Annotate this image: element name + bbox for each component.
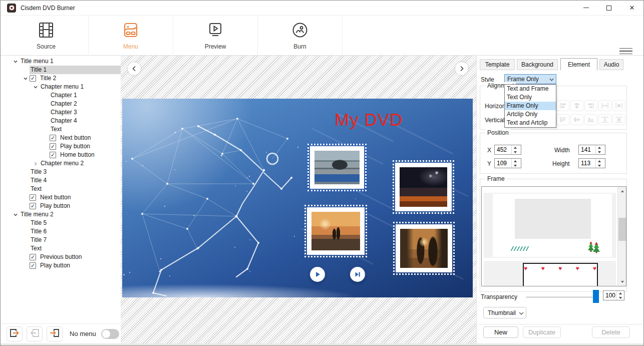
export-menu-button[interactable] <box>7 326 23 341</box>
tree-item[interactable]: ✓Next button <box>1 193 121 202</box>
style-option[interactable]: Text and Frame <box>505 85 556 93</box>
tree-item[interactable]: Chapter menu 1 <box>1 83 121 91</box>
transparency-slider-thumb[interactable] <box>593 290 599 303</box>
tree-item[interactable]: ✓Title 2 <box>1 74 121 83</box>
transparency-increment-button[interactable] <box>617 291 624 295</box>
width-spinner[interactable] <box>578 145 605 155</box>
tree-item[interactable]: Title 6 <box>1 227 121 236</box>
tree-item-checkbox[interactable]: ✓ <box>30 262 36 269</box>
tree-item[interactable]: Title menu 2 <box>1 210 121 219</box>
delete-button[interactable]: Delete <box>592 326 630 338</box>
thumbnail-title2[interactable] <box>395 163 452 211</box>
width-input[interactable] <box>579 145 595 154</box>
tree-item[interactable]: ✓Play button <box>1 202 121 210</box>
tree-item[interactable]: Chapter menu 2 <box>1 159 121 168</box>
tree-item[interactable]: ✓Home button <box>1 151 121 159</box>
y-increment-button[interactable] <box>512 159 519 163</box>
tree-item[interactable]: Text <box>1 125 121 134</box>
expander-open-icon[interactable] <box>22 75 30 83</box>
tab-template[interactable]: Template <box>480 59 515 70</box>
tree-item[interactable]: Chapter 2 <box>1 100 121 108</box>
nav-preview[interactable]: Preview <box>173 16 258 56</box>
frame-option-christmas[interactable] <box>484 193 616 258</box>
tree-item-checkbox[interactable]: ✓ <box>30 194 36 201</box>
frame-option-hearts[interactable]: ♥ ♥ ♥ ♥ ♥ ♥ <box>484 261 616 286</box>
duplicate-button[interactable]: Duplicate <box>523 326 561 338</box>
tree-item[interactable]: ✓Play button <box>1 261 121 270</box>
align-v-bottom-button[interactable] <box>584 114 597 125</box>
style-option[interactable]: Frame Only <box>505 102 556 110</box>
distribute-h-button[interactable] <box>598 100 611 111</box>
transparency-decrement-button[interactable] <box>617 295 624 300</box>
minimize-button[interactable] <box>574 1 597 15</box>
tree-item[interactable]: Title 7 <box>1 236 121 244</box>
tree-item-checkbox[interactable]: ✓ <box>30 254 36 260</box>
expander-open-icon[interactable] <box>32 83 40 91</box>
next-page-menu-button[interactable] <box>350 267 365 282</box>
frame-list-scrollbar[interactable] <box>617 187 626 286</box>
hamburger-menu-button[interactable] <box>619 46 632 57</box>
scroll-down-button[interactable] <box>618 277 626 286</box>
previous-menu-arrow-button[interactable] <box>128 62 141 75</box>
tree-item-checkbox[interactable]: ✓ <box>50 143 56 150</box>
transparency-input[interactable] <box>603 291 616 300</box>
style-option[interactable]: Artclip Only <box>505 110 556 119</box>
x-spinner[interactable] <box>494 145 521 155</box>
align-h-left-button[interactable] <box>556 100 569 111</box>
thumbnail-title1-selected[interactable] <box>307 144 367 191</box>
tree-item[interactable]: Chapter 3 <box>1 108 121 117</box>
close-button[interactable]: ✕ <box>620 1 643 15</box>
align-v-middle-button[interactable] <box>570 114 583 125</box>
thumbnail-title3[interactable] <box>307 207 365 255</box>
tab-audio[interactable]: Audio <box>599 59 623 70</box>
nav-burn[interactable]: Burn <box>258 16 343 56</box>
thumbnail-dropdown[interactable]: Thumbnail <box>483 307 526 318</box>
y-decrement-button[interactable] <box>512 163 519 168</box>
menu-title-text[interactable]: My DVD <box>335 110 403 130</box>
expander-closed-icon[interactable] <box>32 160 40 168</box>
scroll-up-button[interactable] <box>618 187 626 195</box>
spread-v-button[interactable] <box>612 114 625 125</box>
align-h-center-button[interactable] <box>570 100 583 111</box>
height-increment-button[interactable] <box>596 159 603 163</box>
tree-item[interactable]: Chapter 4 <box>1 117 121 125</box>
x-decrement-button[interactable] <box>512 150 519 154</box>
height-decrement-button[interactable] <box>596 163 603 168</box>
align-v-top-button[interactable] <box>556 114 569 125</box>
tree-item[interactable]: Title 5 <box>1 219 121 227</box>
nav-source[interactable]: Source <box>4 16 89 56</box>
tree-item[interactable]: Text <box>1 244 121 253</box>
tree-item[interactable]: Title 3 <box>1 168 121 176</box>
height-input[interactable] <box>579 159 595 168</box>
play-menu-button[interactable] <box>310 267 325 282</box>
tree-item[interactable]: ✓Previous button <box>1 253 121 261</box>
tree-item[interactable]: Title 1 <box>1 66 121 74</box>
style-option[interactable]: Text Only <box>505 93 556 102</box>
new-button[interactable]: New <box>483 326 518 338</box>
x-increment-button[interactable] <box>512 145 519 150</box>
tree-item[interactable]: Text <box>1 185 121 193</box>
tree-item[interactable]: ✓Next button <box>1 134 121 142</box>
tree-item-checkbox[interactable]: ✓ <box>30 75 36 82</box>
apply-menu-button[interactable] <box>47 326 63 341</box>
expander-open-icon[interactable] <box>12 58 20 66</box>
width-increment-button[interactable] <box>596 145 603 150</box>
transparency-slider-track[interactable] <box>526 296 593 298</box>
align-h-right-button[interactable] <box>584 100 597 111</box>
tree-item[interactable]: Chapter 1 <box>1 91 121 100</box>
width-decrement-button[interactable] <box>596 150 603 154</box>
tree-item[interactable]: ✓Play button <box>1 142 121 151</box>
transparency-spinner[interactable] <box>603 290 624 300</box>
tab-background[interactable]: Background <box>517 59 558 70</box>
scrollbar-thumb[interactable] <box>618 218 626 241</box>
tree-item-checkbox[interactable]: ✓ <box>50 135 56 141</box>
nav-menu[interactable]: Menu <box>89 16 173 56</box>
height-spinner[interactable] <box>578 158 605 168</box>
thumbnail-title4[interactable] <box>396 224 452 272</box>
style-option[interactable]: Text and Artclip <box>505 119 556 127</box>
x-input[interactable] <box>495 145 511 154</box>
tree-item[interactable]: Title 4 <box>1 176 121 185</box>
next-menu-arrow-button[interactable] <box>455 62 468 75</box>
tree-item-checkbox[interactable]: ✓ <box>50 152 56 158</box>
tree-item[interactable]: Title menu 1 <box>1 57 121 66</box>
